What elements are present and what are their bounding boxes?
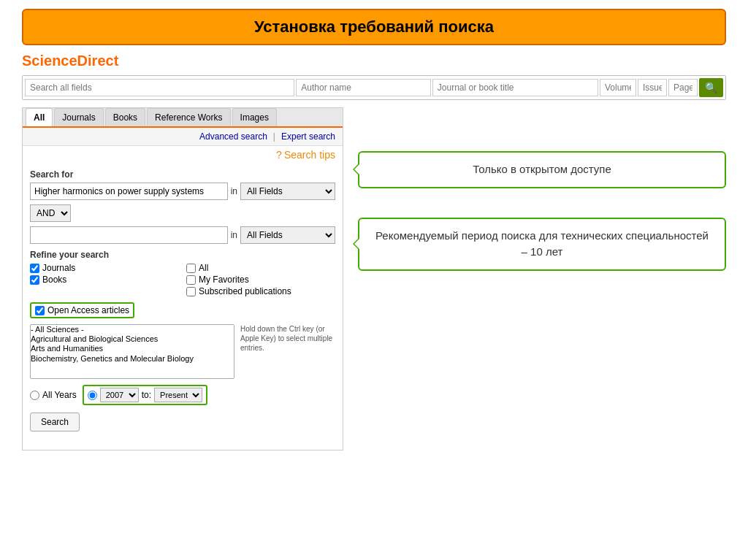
advanced-search-link[interactable]: Advanced search	[199, 131, 267, 142]
search-row-1: in All Fields Title Abstract Keywords Au…	[30, 183, 335, 200]
search-page-input[interactable]	[668, 79, 698, 96]
open-access-row: Open Access articles	[30, 302, 134, 318]
search-row-2: in All Fields Title Abstract Keywords Au…	[30, 226, 335, 244]
refine-journals[interactable]: Journals	[30, 263, 179, 273]
callouts: Только в открытом доступе Рекомендуемый …	[358, 107, 726, 450]
boolean-select[interactable]: AND OR NOT	[30, 204, 71, 222]
year-to-select[interactable]: Present 2020 2019	[154, 388, 202, 402]
expert-search-link[interactable]: Expert search	[281, 131, 335, 142]
tab-reference-works[interactable]: Reference Works	[147, 108, 230, 126]
title-banner: Установка требований поиска	[22, 9, 726, 45]
subject-section: - All Sciences - Agricultural and Biolog…	[30, 324, 335, 379]
checkbox-journals[interactable]	[30, 264, 39, 273]
all-years-label: All Years	[42, 390, 77, 400]
checkbox-books[interactable]	[30, 275, 39, 285]
refine-books[interactable]: Books	[30, 275, 179, 285]
all-years-option[interactable]: All Years	[30, 390, 77, 400]
to-label: to:	[142, 390, 151, 400]
callout-open-access: Только в открытом доступе	[358, 151, 726, 188]
tab-all[interactable]: All	[26, 108, 53, 126]
ctrl-hint: Hold down the Ctrl key (or Apple Key) to…	[240, 324, 335, 353]
year-highlighted: 2007 2008 2010 2015 to: Present 2020 201…	[83, 385, 207, 405]
refine-grid: Journals All Books My Favorites Subscrib…	[30, 263, 335, 296]
adv-search-header: Advanced search | Expert search	[23, 128, 343, 146]
search-panel: All Journals Books Reference Works Image…	[22, 107, 343, 450]
search-text-input-2[interactable]	[30, 226, 228, 244]
separator: |	[273, 131, 275, 142]
search-issue-input[interactable]	[638, 79, 667, 96]
sd-logo: ScienceDirect	[22, 53, 726, 69]
subject-row: - All Sciences - Agricultural and Biolog…	[30, 324, 335, 379]
search-text-input-1[interactable]	[30, 183, 228, 200]
search-all-fields-input[interactable]	[25, 79, 294, 96]
top-search-button[interactable]: 🔍	[699, 78, 723, 97]
search-tips: ? Search tips	[23, 146, 343, 164]
question-icon: ?	[276, 149, 282, 161]
search-tips-label[interactable]: Search tips	[284, 149, 335, 161]
year-from-select[interactable]: 2007 2008 2010 2015	[100, 388, 139, 402]
search-for-label: Search for	[30, 169, 335, 180]
main-area: All Journals Books Reference Works Image…	[22, 107, 726, 450]
search-author-input[interactable]	[296, 79, 431, 96]
in-label-1: in	[231, 186, 237, 196]
refine-subscribed[interactable]: Subscribed publications	[186, 286, 335, 296]
radio-all-years[interactable]	[30, 391, 39, 400]
in-label-2: in	[231, 230, 237, 240]
checkbox-open-access[interactable]	[35, 306, 45, 315]
subject-option-agri: Agricultural and Biological Sciences	[31, 334, 234, 344]
subject-select[interactable]: - All Sciences - Agricultural and Biolog…	[30, 324, 234, 379]
field-select-2[interactable]: All Fields Title Abstract Keywords Autho…	[240, 226, 335, 244]
subject-option-all-sciences: - All Sciences -	[31, 325, 234, 334]
open-access-label: Open Access articles	[47, 305, 129, 315]
field-select-1[interactable]: All Fields Title Abstract Keywords Autho…	[240, 183, 335, 200]
tab-journals[interactable]: Journals	[54, 108, 103, 126]
refine-my-favorites[interactable]: My Favorites	[186, 275, 335, 285]
search-journal-input[interactable]	[432, 79, 598, 96]
search-volume-input[interactable]	[600, 79, 636, 96]
search-submit-button[interactable]: Search	[30, 413, 80, 431]
year-row: All Years 2007 2008 2010 2015 to: Presen…	[30, 385, 335, 405]
checkbox-subscribed[interactable]	[186, 287, 196, 296]
tab-books[interactable]: Books	[105, 108, 145, 126]
top-search-bar: 🔍	[22, 75, 726, 100]
tabs-row: All Journals Books Reference Works Image…	[23, 108, 343, 128]
refine-label: Refine your search	[30, 250, 335, 260]
subject-option-arts: Arts and Humanities	[31, 344, 234, 353]
radio-year-range[interactable]	[88, 391, 97, 400]
form-body: Search for in All Fields Title Abstract …	[23, 164, 343, 437]
and-row: AND OR NOT	[30, 204, 335, 222]
refine-all[interactable]: All	[186, 263, 335, 273]
callout-period: Рекомендуемый период поиска для техничес…	[358, 218, 726, 271]
tab-images[interactable]: Images	[232, 108, 277, 126]
subject-option-bio: Biochemistry, Genetics and Molecular Bio…	[31, 354, 234, 364]
checkbox-my-favorites[interactable]	[186, 275, 196, 285]
checkbox-all[interactable]	[186, 264, 196, 273]
page-title: Установка требований поиска	[38, 18, 710, 37]
